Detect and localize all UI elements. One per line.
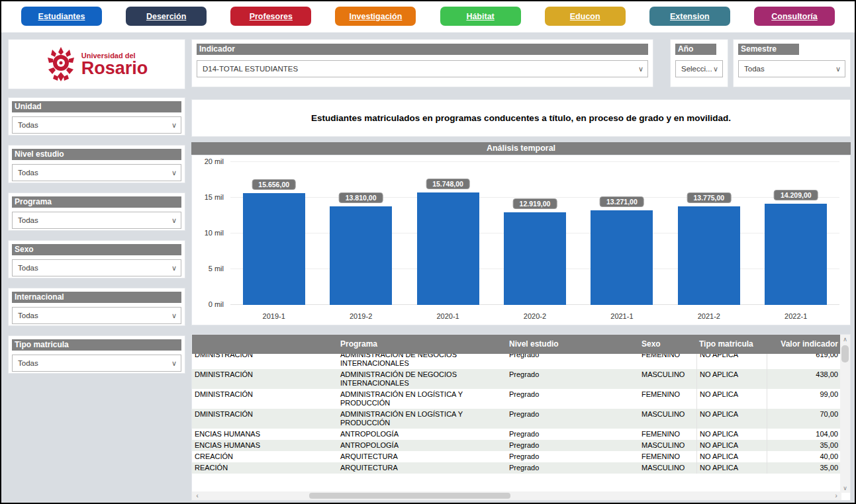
indicador-slicer: Indicador D14-TOTAL ESTUDIANTES ∨	[191, 39, 653, 87]
x-axis-category-label: 2022-1	[753, 312, 839, 320]
slicer-dropdown-unidad[interactable]: Todas∨	[12, 116, 181, 134]
bar-2020-2[interactable]	[504, 212, 566, 305]
x-axis-category-label: 2019-1	[230, 312, 317, 320]
table-cell: DMINISTRACIÓN	[192, 354, 338, 369]
nav-button-investigacion[interactable]: Investigación	[335, 7, 416, 26]
nav-button-estudiantes[interactable]: Estudiantes	[21, 7, 102, 26]
slicer-sexo: SexoTodas∨	[8, 240, 185, 278]
table-cell: 70,00	[767, 409, 841, 429]
slicer-dropdown-nivel-estudio[interactable]: Todas∨	[12, 164, 181, 181]
temporal-analysis-chart: 0 mil5 mil10 mil15 mil20 mil15.656,00201…	[191, 155, 851, 325]
y-axis-tick-label: 15 mil	[205, 193, 230, 201]
bar-2019-2[interactable]	[330, 206, 392, 305]
table-cell: ARQUITECTURA	[338, 462, 506, 474]
nav-button-educon[interactable]: Educon	[545, 7, 626, 26]
table-row[interactable]: DMINISTRACIÓNADMINISTRACIÓN DE NEGOCIOS …	[192, 354, 841, 369]
scroll-left-icon[interactable]: ‹	[192, 491, 203, 500]
horizontal-scroll-thumb[interactable]	[309, 493, 510, 499]
chart-title: Análisis temporal	[191, 142, 851, 155]
x-axis-category-label: 2020-1	[404, 312, 491, 320]
table-cell: ANTROPOLOGÍA	[338, 429, 506, 440]
table-cell: CREACIÓN	[192, 451, 338, 462]
nav-button-extension[interactable]: Extension	[649, 7, 730, 26]
table-row[interactable]: DMINISTRACIÓNADMINISTRACIÓN EN LOGÍSTICA…	[192, 389, 841, 409]
bar-2022-1[interactable]	[765, 204, 827, 305]
table-cell: FEMENINO	[639, 354, 696, 369]
table-cell: Pregrado	[506, 429, 639, 440]
table-cell: Pregrado	[506, 369, 639, 389]
table-cell: 619,00	[767, 354, 841, 369]
bar-data-label: 13.271,00	[600, 196, 644, 207]
bar-2021-2[interactable]	[678, 206, 740, 305]
table-cell: FEMENINO	[639, 429, 696, 440]
scroll-right-icon[interactable]: ›	[831, 491, 841, 500]
semestre-dropdown[interactable]: Todas ∨	[738, 60, 845, 77]
ano-slicer-title: Año	[675, 44, 716, 55]
rosario-crest-icon	[46, 46, 76, 83]
bar-data-label: 14.209,00	[774, 190, 818, 200]
slicer-internacional: InternacionalTodas∨	[8, 288, 185, 326]
table-cell: ADMINISTRACIÓN DE NEGOCIOS INTERNACIONAL…	[338, 369, 506, 389]
y-axis-tick-label: 5 mil	[209, 265, 230, 273]
table-header-cell[interactable]	[192, 343, 338, 346]
table-cell: DMINISTRACIÓN	[192, 389, 338, 409]
table-cell: 35,00	[767, 440, 841, 451]
bars-container: 15.656,002019-113.810,002019-215.748,002…	[230, 163, 839, 325]
logo-text-large: Rosario	[81, 60, 148, 77]
table-header-cell[interactable]: Valor indicador	[767, 339, 841, 350]
scroll-down-icon[interactable]: ∨	[840, 483, 850, 493]
table-cell: NO APLICA	[696, 354, 767, 369]
indicator-description: Estudiantes matriculados en programas co…	[311, 113, 731, 123]
chevron-down-icon: ∨	[713, 61, 718, 77]
nav-button-habitat[interactable]: Hábitat	[440, 7, 521, 26]
table-cell: NO APLICA	[696, 389, 767, 409]
nav-button-profesores[interactable]: Profesores	[230, 7, 311, 26]
slicer-dropdown-programa[interactable]: Todas∨	[12, 212, 181, 229]
ano-slicer: Año Selecci... ∨	[670, 39, 728, 87]
table-cell: DMINISTRACIÓN	[192, 409, 338, 429]
table-cell: FEMENINO	[639, 451, 696, 462]
chevron-down-icon: ∨	[171, 212, 177, 228]
gridline-20mil: 20 mil	[230, 161, 839, 162]
vertical-scroll-thumb[interactable]	[841, 345, 849, 362]
bar-2020-1[interactable]	[417, 192, 479, 305]
table-header-cell[interactable]: Tipo matricula	[696, 339, 767, 350]
chart-plot-area: 0 mil5 mil10 mil15 mil20 mil15.656,00201…	[230, 163, 839, 325]
table-cell: ADMINISTRACIÓN DE NEGOCIOS INTERNACIONAL…	[338, 354, 506, 369]
ano-dropdown[interactable]: Selecci... ∨	[675, 60, 723, 77]
nav-button-consultoria[interactable]: Consultoría	[754, 7, 835, 26]
table-cell: 438,00	[767, 369, 841, 389]
table-row[interactable]: CREACIÓNARQUITECTURAPregradoFEMENINONO A…	[192, 451, 841, 462]
scroll-up-icon[interactable]: ∧	[840, 335, 850, 344]
x-axis-category-label: 2021-2	[665, 312, 752, 320]
table-row[interactable]: DMINISTRACIÓNADMINISTRACIÓN DE NEGOCIOS …	[192, 369, 841, 389]
slicer-dropdown-internacional[interactable]: Todas∨	[12, 307, 181, 324]
table-cell: 99,00	[767, 389, 841, 409]
slicer-title: Unidad	[12, 101, 181, 112]
table-cell: NO APLICA	[696, 409, 767, 429]
table-vertical-scrollbar[interactable]: ∧ ∨	[840, 335, 850, 493]
slicer-dropdown-sexo[interactable]: Todas∨	[12, 259, 181, 276]
table-horizontal-scrollbar[interactable]: ‹ ›	[192, 491, 841, 500]
indicador-dropdown[interactable]: D14-TOTAL ESTUDIANTES ∨	[197, 60, 648, 77]
table-cell: NO APLICA	[696, 451, 767, 462]
table-row[interactable]: ENCIAS HUMANASANTROPOLOGÍAPregradoFEMENI…	[192, 429, 841, 440]
table-header-cell[interactable]: Programa	[338, 339, 506, 350]
table-header-cell[interactable]: Sexo	[639, 339, 696, 350]
table-row[interactable]: REACIÓNARQUITECTURAPregradoMASCULINONO A…	[192, 462, 841, 474]
slicer-dropdown-value: Todas	[18, 169, 38, 177]
table-row[interactable]: DMINISTRACIÓNADMINISTRACIÓN EN LOGÍSTICA…	[192, 409, 841, 429]
nav-button-desercion[interactable]: Deserción	[126, 7, 207, 26]
y-axis-tick-label: 0 mil	[209, 300, 230, 308]
table-header-cell[interactable]: Nivel estudio	[506, 339, 639, 350]
chevron-down-icon: ∨	[171, 117, 177, 133]
bar-2019-1[interactable]	[243, 193, 305, 305]
slicer-dropdown-value: Todas	[18, 264, 38, 272]
slicer-dropdown-tipo-matricula[interactable]: Todas∨	[12, 355, 181, 372]
table-cell: MASCULINO	[639, 369, 696, 389]
table-cell: Pregrado	[506, 462, 639, 474]
table-row[interactable]: ENCIAS HUMANASANTROPOLOGÍAPregradoMASCUL…	[192, 440, 841, 451]
bar-2021-1[interactable]	[591, 210, 653, 305]
slicer-dropdown-value: Todas	[18, 216, 38, 224]
bar-group-2021-1: 13.271,002021-1	[579, 163, 665, 325]
